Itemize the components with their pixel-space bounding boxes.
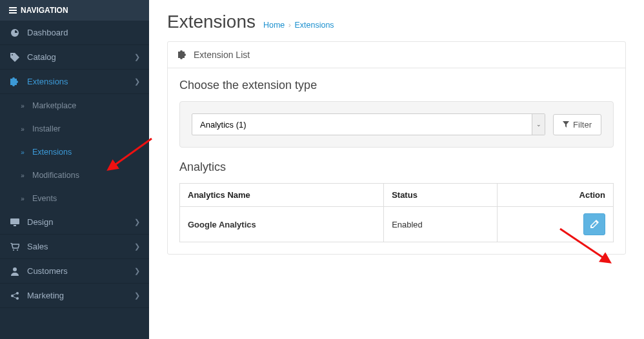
sidebar-subitem-extensions[interactable]: » Extensions [0, 140, 149, 164]
panel-heading-label: Extension List [194, 50, 250, 60]
chevron-right-icon: ❯ [134, 77, 140, 86]
sidebar-item-label: Catalog [27, 52, 56, 62]
nav-header-label: NAVIGATION [21, 6, 68, 15]
sidebar-item-label: Extensions [27, 77, 68, 86]
pencil-icon [590, 220, 599, 229]
chevron-right-icon: ❯ [134, 291, 140, 300]
double-chevron-icon: » [18, 149, 27, 156]
svg-point-4 [13, 267, 17, 271]
sidebar-item-label: Design [27, 217, 53, 227]
sidebar-subitem-label: Installer [32, 124, 61, 133]
sidebar-item-marketing[interactable]: Marketing ❯ [0, 284, 149, 308]
row-name: Google Analytics [180, 207, 384, 242]
filter-well: Analytics (1) ⌄ Filter [179, 101, 614, 148]
edit-button[interactable] [583, 213, 605, 235]
sidebar-subitem-label: Marketplace [32, 101, 76, 110]
chevron-right-icon: ❯ [134, 53, 140, 61]
sidebar-item-dashboard[interactable]: Dashboard [0, 21, 149, 45]
table-row: Google Analytics Enabled [180, 207, 614, 242]
double-chevron-icon: » [18, 172, 27, 179]
double-chevron-icon: » [18, 195, 27, 202]
share-icon [9, 292, 21, 300]
double-chevron-icon: » [18, 126, 27, 133]
sidebar-item-sales[interactable]: Sales ❯ [0, 235, 149, 259]
chevron-right-icon: ❯ [134, 218, 140, 226]
sidebar-item-customers[interactable]: Customers ❯ [0, 259, 149, 284]
col-action: Action [498, 184, 614, 207]
filter-button[interactable]: Filter [553, 114, 601, 135]
choose-type-title: Choose the extension type [179, 79, 614, 92]
sidebar-item-label: Dashboard [27, 28, 68, 37]
extension-type-select-wrap: Analytics (1) ⌄ [192, 113, 545, 135]
sidebar-subitem-marketplace[interactable]: » Marketplace [0, 94, 149, 117]
col-name: Analytics Name [180, 184, 384, 207]
nav-header: NAVIGATION [0, 0, 149, 21]
row-status: Enabled [384, 207, 498, 242]
col-status: Status [384, 184, 498, 207]
sidebar-subitem-label: Modifications [32, 171, 79, 180]
svg-point-2 [13, 249, 14, 251]
double-chevron-icon: » [18, 102, 27, 110]
svg-rect-0 [10, 218, 19, 224]
svg-rect-1 [14, 225, 16, 226]
panel-heading: Extension List [168, 42, 625, 68]
panel-body: Choose the extension type Analytics (1) … [168, 68, 625, 254]
row-action [498, 207, 614, 242]
chevron-right-icon: ❯ [134, 242, 140, 251]
puzzle-icon [178, 50, 187, 59]
sidebar-subitem-label: Events [32, 194, 57, 203]
sidebar-item-extensions[interactable]: Extensions ❯ [0, 70, 149, 94]
table-header-row: Analytics Name Status Action [180, 184, 614, 207]
sidebar-subitem-modifications[interactable]: » Modifications [0, 164, 149, 187]
page-header: Extensions Home › Extensions [149, 0, 644, 41]
select-caret-icon: ⌄ [532, 114, 545, 135]
user-icon [9, 267, 21, 276]
filter-button-label: Filter [573, 120, 592, 130]
sidebar-subitem-installer[interactable]: » Installer [0, 117, 149, 140]
filter-icon [563, 121, 569, 128]
analytics-title: Analytics [179, 160, 614, 174]
chevron-right-icon: ❯ [134, 267, 140, 275]
sidebar-item-catalog[interactable]: Catalog ❯ [0, 45, 149, 70]
cart-icon [9, 243, 21, 251]
sidebar: NAVIGATION Dashboard Catalog ❯ Extension… [0, 0, 149, 339]
main-content: Extensions Home › Extensions Extension L… [149, 0, 644, 339]
extensions-table: Analytics Name Status Action Google Anal… [179, 183, 614, 242]
breadcrumb: Home › Extensions [263, 21, 334, 30]
svg-point-3 [17, 249, 18, 251]
extension-panel: Extension List Choose the extension type… [167, 41, 626, 255]
breadcrumb-home[interactable]: Home [263, 21, 285, 30]
breadcrumb-separator: › [288, 21, 291, 30]
breadcrumb-current[interactable]: Extensions [294, 21, 334, 30]
tag-icon [9, 53, 21, 62]
desktop-icon [9, 218, 21, 226]
sidebar-item-label: Customers [27, 266, 68, 276]
hamburger-icon [9, 7, 17, 14]
dashboard-icon [9, 28, 21, 37]
sidebar-item-label: Sales [27, 242, 48, 251]
extension-type-select[interactable]: Analytics (1) [192, 115, 532, 135]
sidebar-item-design[interactable]: Design ❯ [0, 210, 149, 235]
sidebar-subitem-label: Extensions [32, 148, 72, 157]
puzzle-icon [9, 77, 21, 86]
sidebar-subitem-events[interactable]: » Events [0, 187, 149, 210]
sidebar-item-label: Marketing [27, 291, 64, 300]
page-title: Extensions [167, 12, 256, 32]
